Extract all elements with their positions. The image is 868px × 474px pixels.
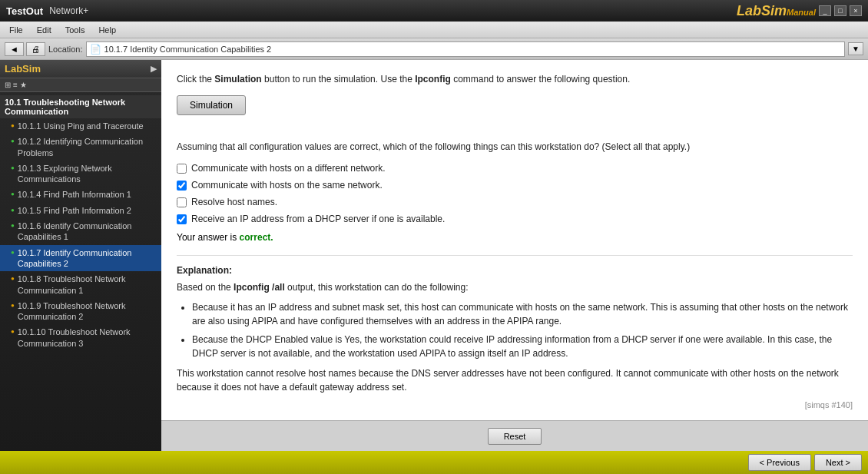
title-bar-left: TestOut Network+ <box>6 5 88 17</box>
option-4: Receive an IP address from a DHCP server… <box>177 214 853 224</box>
sidebar-item-6[interactable]: ● 10.1.6 Identify Communication Capabili… <box>0 218 161 245</box>
checkbox-1[interactable] <box>177 164 187 174</box>
sidebar-item-text-8: 10.1.8 Troubleshoot Network Communicatio… <box>18 273 157 296</box>
sidebar-item-2[interactable]: ● 10.1.2 Identifying Communication Probl… <box>0 134 161 161</box>
bullet-list: Because it has an IP address and subnet … <box>177 300 853 360</box>
option-1: Communicate with hosts on a different ne… <box>177 163 853 174</box>
image-ref: [simqs #140] <box>177 400 853 409</box>
option-2-text: Communicate with hosts on the same netwo… <box>191 180 383 191</box>
sidebar-title: LabSim <box>5 63 41 75</box>
sidebar-content: 10.1 Troubleshooting Network Communicati… <box>0 92 161 451</box>
toolbar-icons: ◄ 🖨 <box>5 42 45 56</box>
sidebar-star-icon[interactable]: ★ <box>20 81 27 89</box>
labsim-logo: LabSimManual <box>737 3 816 19</box>
sidebar-item-4[interactable]: ● 10.1.4 Find Path Information 1 <box>0 187 161 202</box>
sidebar-dot-1: ● <box>11 122 15 129</box>
sidebar-section-title: 10.1 Troubleshooting Network Communicati… <box>0 95 161 118</box>
sidebar-item-text-5: 10.1.5 Find Path Information 2 <box>18 205 131 216</box>
sidebar-list-icon[interactable]: ≡ <box>13 81 18 89</box>
app-logo: TestOut <box>6 5 43 17</box>
content-scroll[interactable]: Click the Simulation button to run the s… <box>161 60 868 420</box>
location-doc-icon: 📄 <box>90 44 101 55</box>
location-input[interactable]: 📄 10.1.7 Identity Communication Capabili… <box>86 41 846 57</box>
separator <box>177 255 853 256</box>
sidebar-dot-10: ● <box>11 328 15 335</box>
checkbox-3[interactable] <box>177 197 187 207</box>
sidebar-item-text-4: 10.1.4 Find Path Information 1 <box>18 189 131 200</box>
sidebar-grid-icon[interactable]: ⊞ <box>5 81 11 89</box>
sidebar-item-7[interactable]: ● 10.1.7 Identify Communication Capabili… <box>0 245 161 272</box>
sidebar-item-1[interactable]: ● 10.1.1 Using Ping and Traceroute <box>0 118 161 134</box>
sidebar-item-8[interactable]: ● 10.1.8 Troubleshoot Network Communicat… <box>0 271 161 298</box>
menu-bar: File Edit Tools Help <box>0 22 868 38</box>
reset-button[interactable]: Reset <box>488 428 542 445</box>
menu-file[interactable]: File <box>3 24 29 36</box>
menu-help[interactable]: Help <box>92 24 122 36</box>
sidebar-item-5[interactable]: ● 10.1.5 Find Path Information 2 <box>0 203 161 218</box>
app-name: Network+ <box>49 5 88 16</box>
menu-tools[interactable]: Tools <box>59 24 91 36</box>
sidebar-item-text-7: 10.1.7 Identify Communication Capabiliti… <box>18 247 157 270</box>
maximize-button[interactable]: □ <box>834 5 846 16</box>
location-dropdown-button[interactable]: ▼ <box>848 42 863 55</box>
title-bar-right: LabSimManual _ □ × <box>737 3 862 19</box>
explanation-title: Explanation: <box>177 265 853 276</box>
manual-label: Manual <box>787 8 816 17</box>
toolbar: ◄ 🖨 Location: 📄 10.1.7 Identity Communic… <box>0 38 868 60</box>
intro-paragraph: Click the Simulation button to run the s… <box>177 72 853 86</box>
sidebar-item-text-2: 10.1.2 Identifying Communication Problem… <box>18 136 157 158</box>
sidebar-item-3[interactable]: ● 10.1.3 Exploring Network Communication… <box>0 161 161 187</box>
sidebar-item-text-6: 10.1.6 Identify Communication Capabiliti… <box>18 220 157 243</box>
sidebar-item-text-1: 10.1.1 Using Ping and Traceroute <box>18 121 144 131</box>
sidebar-expand-button[interactable]: ▶ <box>151 64 157 74</box>
sidebar-dot-6: ● <box>11 222 15 229</box>
answer-result: correct. <box>240 232 273 243</box>
main-layout: LabSim ▶ ⊞ ≡ ★ 10.1 Troubleshooting Netw… <box>0 60 868 451</box>
sidebar-item-text-3: 10.1.3 Exploring Network Communications <box>18 163 157 185</box>
sidebar-dot-9: ● <box>11 302 15 309</box>
option-3-text: Resolve host names. <box>191 197 277 207</box>
location-label: Location: <box>48 45 83 54</box>
option-1-text: Communicate with hosts on a different ne… <box>191 163 386 174</box>
checkbox-2[interactable] <box>177 181 187 191</box>
option-2: Communicate with hosts on the same netwo… <box>177 180 853 191</box>
explanation-footer: This workstation cannot resolve host nam… <box>177 366 853 394</box>
next-button[interactable]: Next > <box>814 454 862 471</box>
bottom-bar: < Previous Next > <box>0 451 868 474</box>
bullet-1: Because it has an IP address and subnet … <box>192 300 853 328</box>
answer-prefix: Your answer is <box>177 232 240 243</box>
location-text: 10.1.7 Identity Communication Capabiliti… <box>104 45 272 54</box>
simulation-button[interactable]: Simulation <box>177 95 246 115</box>
sidebar: LabSim ▶ ⊞ ≡ ★ 10.1 Troubleshooting Netw… <box>0 60 161 451</box>
sidebar-dot-4: ● <box>11 191 15 197</box>
bullet-2: Because the DHCP Enabled value is Yes, t… <box>192 333 853 360</box>
answer-line: Your answer is correct. <box>177 232 853 243</box>
title-bar: TestOut Network+ LabSimManual _ □ × <box>0 0 868 22</box>
back-button[interactable]: ◄ <box>5 42 24 56</box>
sidebar-item-9[interactable]: ● 10.1.9 Troubleshoot Network Communicat… <box>0 298 161 325</box>
close-button[interactable]: × <box>850 5 862 16</box>
sidebar-section: 10.1 Troubleshooting Network Communicati… <box>0 92 161 354</box>
previous-button[interactable]: < Previous <box>748 454 811 471</box>
sidebar-item-10[interactable]: ● 10.1.10 Troubleshoot Network Communica… <box>0 324 161 351</box>
sidebar-toolbar: ⊞ ≡ ★ <box>0 78 161 92</box>
content-footer: Reset <box>161 420 868 451</box>
sim-button-container: Simulation <box>177 95 853 128</box>
sidebar-dot-2: ● <box>11 138 15 144</box>
sidebar-item-text-9: 10.1.9 Troubleshoot Network Communicatio… <box>18 300 157 323</box>
menu-edit[interactable]: Edit <box>31 24 58 36</box>
sidebar-dot-3: ● <box>11 164 15 171</box>
sidebar-dot-5: ● <box>11 207 15 214</box>
option-3: Resolve host names. <box>177 197 853 207</box>
explanation-intro: Based on the Ipconfig /all output, this … <box>177 280 853 294</box>
question-text: Assuming that all configuration values a… <box>177 140 853 154</box>
checkbox-4[interactable] <box>177 214 187 224</box>
sidebar-dot-8: ● <box>11 275 15 282</box>
sidebar-header: LabSim ▶ <box>0 60 161 78</box>
ipconfig-all-bold: Ipconfig /all <box>234 282 285 293</box>
content-area: Click the Simulation button to run the s… <box>161 60 868 451</box>
minimize-button[interactable]: _ <box>819 5 831 16</box>
simulation-bold: Simulation <box>214 74 261 85</box>
sidebar-item-text-10: 10.1.10 Troubleshoot Network Communicati… <box>18 326 157 349</box>
print-button[interactable]: 🖨 <box>26 42 45 56</box>
